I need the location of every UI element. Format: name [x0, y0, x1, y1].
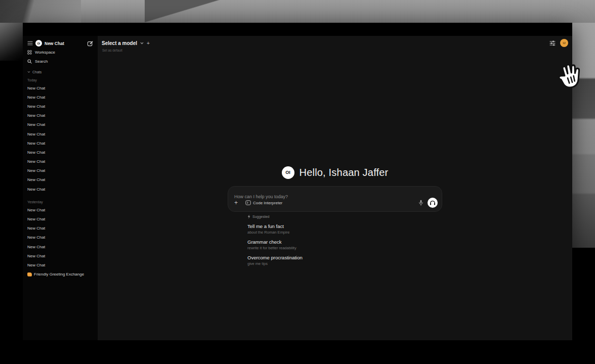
model-selector[interactable]: Select a model	[102, 40, 137, 46]
chat-item[interactable]: New Chat	[27, 148, 93, 157]
chat-item-title: New Chat	[27, 159, 45, 164]
backdrop-mid-wedge	[145, 0, 221, 23]
chat-item[interactable]: New Chat	[27, 242, 93, 251]
suggestion-item[interactable]: Grammar check rewrite it for better read…	[247, 239, 419, 251]
chat-item[interactable]: New Chat	[27, 157, 93, 166]
chat-item-title: New Chat	[27, 95, 45, 100]
chat-item[interactable]: New Chat	[27, 251, 93, 260]
chat-item[interactable]: New Chat	[27, 260, 93, 269]
sidebar-item-workspace[interactable]: Workspace	[27, 49, 93, 56]
suggestion-subtitle: give me tips	[247, 261, 419, 266]
chats-section-toggle[interactable]: Chats	[27, 69, 93, 75]
chat-item-title: New Chat	[27, 177, 45, 182]
add-model-button[interactable]: +	[147, 40, 150, 46]
suggestion-item[interactable]: Tell me a fun fact about the Roman Empir…	[247, 223, 419, 235]
chat-item[interactable]: New Chat	[27, 205, 93, 214]
chat-item[interactable]: New Chat	[27, 111, 93, 120]
microphone-icon[interactable]	[418, 200, 423, 206]
chat-item[interactable]: New Chat	[27, 120, 93, 129]
set-as-default-link[interactable]: Set as default	[102, 49, 122, 52]
chat-item-title: New Chat	[27, 113, 45, 118]
chat-item[interactable]: Friendly Greeting Exchange	[27, 270, 93, 279]
message-composer[interactable]: + Code Interpreter	[228, 186, 442, 212]
bolt-icon	[247, 214, 250, 219]
chat-group-label: Today	[27, 77, 93, 83]
app-logo-icon-large: OI	[282, 166, 294, 179]
chat-item[interactable]: New Chat	[27, 129, 93, 139]
new-chat-icon[interactable]	[87, 40, 93, 47]
suggestion-subtitle: about the Roman Empire	[247, 230, 419, 235]
suggestion-title: Grammar check	[247, 239, 419, 246]
chat-item[interactable]: New Chat	[27, 233, 93, 242]
chat-list: TodayNew ChatNew ChatNew ChatNew ChatNew…	[27, 77, 93, 279]
backdrop-top-band	[0, 0, 595, 23]
settings-sliders-icon[interactable]	[549, 40, 556, 46]
chevron-down-icon	[27, 71, 30, 73]
code-interpreter-icon	[245, 200, 251, 205]
user-avatar[interactable]: IJ	[560, 39, 568, 47]
suggestion-subtitle: rewrite it for better readability	[247, 246, 419, 251]
chat-item-title: New Chat	[27, 254, 45, 258]
headphones-icon	[430, 200, 436, 206]
chat-item[interactable]: New Chat	[27, 166, 93, 175]
search-icon	[27, 59, 32, 64]
chat-item[interactable]: New Chat	[27, 102, 93, 111]
sidebar: OI New Chat Workspace Search	[23, 36, 98, 340]
suggestion-title: Tell me a fun fact	[247, 223, 419, 230]
backdrop-right-strip	[572, 23, 595, 248]
chat-item-title: New Chat	[27, 187, 45, 192]
code-interpreter-toggle[interactable]: Code Interpreter	[245, 200, 282, 205]
chat-item-title: New Chat	[27, 217, 45, 221]
wave-emoji-icon	[27, 272, 32, 277]
chat-item-title: New Chat	[27, 263, 45, 267]
chat-item-title: New Chat	[27, 245, 45, 249]
chat-item-title: New Chat	[27, 150, 45, 155]
attach-plus-button[interactable]: +	[234, 200, 241, 206]
code-interpreter-label: Code Interpreter	[253, 201, 282, 205]
suggestion-title: Overcome procrastination	[247, 255, 419, 261]
workspace-label: Workspace	[35, 50, 55, 55]
main-area: Select a model + Set as default IJ OI He…	[98, 36, 572, 340]
sidebar-toggle-icon[interactable]	[27, 41, 33, 46]
suggested-section: Suggested Tell me a fun fact about the R…	[247, 214, 419, 266]
model-chevron-icon[interactable]	[140, 42, 144, 44]
chat-item[interactable]: New Chat	[27, 93, 93, 102]
chat-item-title: Friendly Greeting Exchange	[34, 272, 84, 277]
sidebar-item-search[interactable]: Search	[27, 58, 93, 65]
chat-item[interactable]: New Chat	[27, 139, 93, 148]
chat-item-title: New Chat	[27, 122, 45, 127]
workspace-grid-icon	[27, 50, 32, 55]
chat-item-title: New Chat	[27, 226, 45, 231]
suggested-label: Suggested	[252, 215, 269, 218]
chat-item[interactable]: New Chat	[27, 224, 93, 233]
chat-item-title: New Chat	[27, 235, 45, 240]
chat-item[interactable]: New Chat	[27, 175, 93, 185]
chat-item-title: New Chat	[27, 168, 45, 173]
greeting-title: Hello, Ishaan Jaffer	[300, 167, 389, 178]
chat-item-title: New Chat	[27, 104, 45, 109]
voice-call-button[interactable]	[428, 198, 438, 208]
chat-item-title: New Chat	[27, 86, 45, 90]
backdrop-left-strip	[0, 23, 23, 61]
search-label: Search	[35, 59, 48, 64]
chats-label: Chats	[32, 70, 41, 74]
app-logo-icon: OI	[35, 40, 42, 47]
sidebar-title: New Chat	[45, 41, 84, 46]
chat-item-title: New Chat	[27, 141, 45, 146]
app-window: OI New Chat Workspace Search	[23, 23, 572, 340]
chat-item-title: New Chat	[27, 208, 45, 212]
chat-group-label: Yesterday	[27, 199, 93, 205]
chat-item[interactable]: New Chat	[27, 83, 93, 93]
chat-item[interactable]: New Chat	[27, 185, 93, 194]
window-top-strip	[23, 23, 572, 36]
backdrop-corner-wedge	[0, 0, 81, 23]
suggestion-item[interactable]: Overcome procrastination give me tips	[247, 255, 419, 266]
chat-item[interactable]: New Chat	[27, 214, 93, 223]
chat-item-title: New Chat	[27, 132, 45, 136]
